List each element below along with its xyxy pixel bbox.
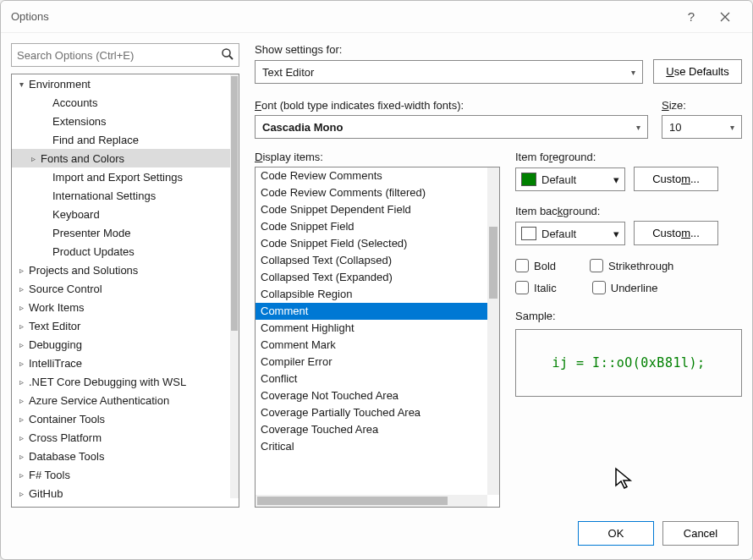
foreground-custom-button[interactable]: Custom... <box>634 167 718 191</box>
tree-item[interactable]: ▹IntelliTrace <box>12 354 230 372</box>
foreground-swatch <box>521 173 536 186</box>
tree-item-label: Extensions <box>51 115 107 128</box>
options-dialog: Options ? ▾EnvironmentAccountsExtensions… <box>0 0 753 560</box>
tree-item[interactable]: Find and Replace <box>12 130 230 149</box>
help-button[interactable]: ? <box>674 4 708 30</box>
tree-arrow-icon: ▹ <box>15 303 27 312</box>
list-item[interactable]: Code Snippet Field <box>256 218 487 235</box>
list-item[interactable]: Collapsed Text (Expanded) <box>256 269 487 286</box>
chevron-down-icon: ▾ <box>730 123 734 132</box>
checkbox-icon <box>515 281 529 294</box>
tree-item-label: Debugging <box>27 338 82 351</box>
tree-item-label: Container Tools <box>27 413 105 425</box>
chevron-down-icon: ▾ <box>636 123 640 132</box>
list-item[interactable]: Comment Mark <box>256 337 487 354</box>
list-item[interactable]: Code Review Comments (filtered) <box>256 184 487 201</box>
list-item[interactable]: Coverage Partially Touched Area <box>256 404 487 421</box>
tree-item-label: Azure Service Authentication <box>27 394 169 407</box>
listbox-scrollbar-v[interactable] <box>487 167 499 495</box>
list-item[interactable]: Conflict <box>256 371 487 387</box>
foreground-select[interactable]: Default ▾ <box>515 167 625 191</box>
titlebar: Options ? <box>1 1 752 33</box>
listbox-scroll-thumb-h[interactable] <box>257 497 448 505</box>
tree-scroll-thumb[interactable] <box>231 76 238 331</box>
tree-item[interactable]: ▹Container Tools <box>12 409 230 428</box>
tree-item-label: Work Items <box>27 301 85 314</box>
tree-item[interactable]: ▹Azure Service Authentication <box>12 391 230 409</box>
font-select[interactable]: Cascadia Mono ▾ <box>255 115 648 139</box>
tree-item[interactable]: ▹Source Control <box>12 279 230 298</box>
list-item[interactable]: Code Snippet Field (Selected) <box>256 235 487 252</box>
show-settings-label: Show settings for: <box>255 43 742 56</box>
svg-line-1 <box>229 56 233 59</box>
item-foreground-label: Item foreground: <box>515 151 742 163</box>
display-items-listbox[interactable]: Code Review CommentsCode Review Comments… <box>255 167 500 508</box>
tree-item[interactable]: International Settings <box>12 186 230 205</box>
tree-arrow-icon: ▹ <box>15 470 27 480</box>
list-item[interactable]: Compiler Error <box>256 354 487 371</box>
list-item[interactable]: Critical <box>256 438 487 455</box>
list-item[interactable]: Code Review Comments <box>256 167 487 184</box>
underline-checkbox[interactable]: Underline <box>592 281 658 294</box>
display-items-label: Display items: <box>255 151 500 163</box>
tree-item[interactable]: ▹Debugging <box>12 335 230 354</box>
tree-item[interactable]: ▹Fonts and Colors <box>12 149 230 167</box>
tree-item[interactable]: Accounts <box>12 93 230 112</box>
category-tree[interactable]: ▾EnvironmentAccountsExtensionsFind and R… <box>11 74 239 508</box>
tree-arrow-icon: ▹ <box>15 489 27 498</box>
tree-item[interactable]: ▹Work Items <box>12 298 230 316</box>
list-item[interactable]: Code Snippet Dependent Field <box>256 201 487 218</box>
tree-arrow-icon: ▹ <box>15 321 27 331</box>
tree-item[interactable]: ▹Text Editor <box>12 316 230 335</box>
tree-item-label: Source Control <box>27 283 102 295</box>
tree-item[interactable]: ▹GitHub <box>12 484 230 498</box>
size-select[interactable]: 10 ▾ <box>662 115 742 139</box>
list-item[interactable]: Coverage Not Touched Area <box>256 387 487 404</box>
font-value: Cascadia Mono <box>262 121 636 134</box>
tree-item[interactable]: Keyboard <box>12 205 230 223</box>
tree-item-label: Keyboard <box>51 208 100 221</box>
sample-label: Sample: <box>515 310 742 322</box>
tree-item-label: International Settings <box>51 189 156 202</box>
list-item[interactable]: Collapsible Region <box>256 286 487 303</box>
use-defaults-button[interactable]: Use Defaults <box>653 59 742 84</box>
tree-item[interactable]: ▹Projects and Solutions <box>12 261 230 279</box>
chevron-down-icon: ▾ <box>613 228 619 240</box>
background-custom-button[interactable]: Custom... <box>634 221 718 245</box>
font-label: Font (bold type indicates fixed-width fo… <box>255 99 648 112</box>
tree-item[interactable]: Import and Export Settings <box>12 167 230 186</box>
list-item[interactable]: Collapsed Text (Collapsed) <box>256 252 487 269</box>
show-settings-select[interactable]: Text Editor ▾ <box>255 60 643 84</box>
bold-checkbox[interactable]: Bold <box>515 259 556 272</box>
tree-item[interactable]: ▾Environment <box>12 74 230 93</box>
tree-scrollbar-v[interactable] <box>230 74 239 498</box>
close-icon <box>720 12 730 22</box>
italic-checkbox[interactable]: Italic <box>515 281 557 294</box>
checkbox-icon <box>590 259 603 272</box>
window-title: Options <box>11 10 674 23</box>
tree-item[interactable]: Presenter Mode <box>12 223 230 242</box>
list-item[interactable]: Comment Highlight <box>256 320 487 337</box>
tree-arrow-icon: ▹ <box>15 452 27 461</box>
tree-item[interactable]: ▹Cross Platform <box>12 428 230 447</box>
tree-arrow-icon: ▹ <box>15 415 27 424</box>
tree-item[interactable]: ▹Database Tools <box>12 447 230 465</box>
ok-button[interactable]: OK <box>578 521 654 546</box>
cancel-button[interactable]: Cancel <box>662 521 739 546</box>
listbox-scrollbar-h[interactable] <box>256 495 487 507</box>
list-item[interactable]: Comment <box>256 303 487 320</box>
listbox-scroll-thumb-v[interactable] <box>489 227 497 299</box>
close-button[interactable] <box>708 4 742 30</box>
tree-item[interactable]: Extensions <box>12 112 230 130</box>
tree-item[interactable]: Product Updates <box>12 242 230 261</box>
strikethrough-checkbox[interactable]: Strikethrough <box>590 259 673 272</box>
background-value: Default <box>541 228 608 240</box>
list-item[interactable]: Coverage Touched Area <box>256 421 487 438</box>
tree-item[interactable]: ▹F# Tools <box>12 465 230 484</box>
tree-item-label: F# Tools <box>27 469 70 481</box>
chevron-down-icon: ▾ <box>613 173 619 186</box>
search-input[interactable] <box>11 43 239 67</box>
tree-arrow-icon: ▾ <box>15 80 27 89</box>
background-select[interactable]: Default ▾ <box>515 222 625 245</box>
tree-item[interactable]: ▹.NET Core Debugging with WSL <box>12 372 230 391</box>
